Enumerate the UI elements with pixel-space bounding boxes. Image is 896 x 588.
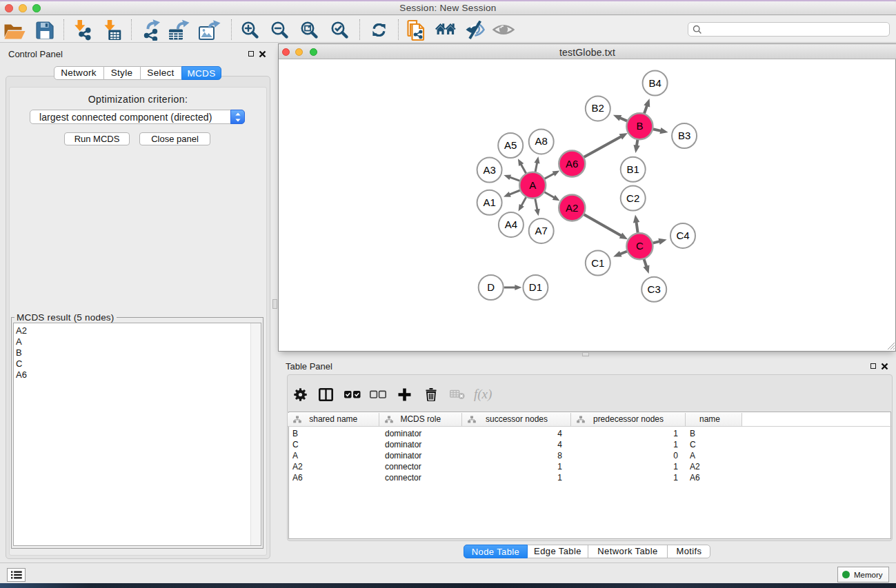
svg-text:A2: A2 xyxy=(566,202,578,214)
svg-text:D: D xyxy=(487,281,495,293)
svg-text:B2: B2 xyxy=(592,102,604,114)
svg-text:C2: C2 xyxy=(626,192,639,204)
svg-text:C4: C4 xyxy=(676,230,689,241)
svg-text:B: B xyxy=(636,120,643,132)
svg-text:A5: A5 xyxy=(504,139,517,151)
svg-text:A: A xyxy=(529,179,536,191)
svg-text:C3: C3 xyxy=(648,283,661,295)
svg-text:A7: A7 xyxy=(535,225,548,236)
svg-text:A4: A4 xyxy=(505,219,517,230)
svg-text:A6: A6 xyxy=(566,158,578,170)
svg-text:A3: A3 xyxy=(483,164,495,176)
svg-text:A8: A8 xyxy=(535,135,548,147)
svg-text:D1: D1 xyxy=(529,281,542,293)
svg-text:B4: B4 xyxy=(648,77,661,89)
svg-text:B1: B1 xyxy=(627,163,639,175)
svg-text:B3: B3 xyxy=(678,130,690,141)
svg-text:A1: A1 xyxy=(483,196,495,208)
svg-text:C: C xyxy=(636,240,644,252)
svg-text:C1: C1 xyxy=(591,257,604,269)
